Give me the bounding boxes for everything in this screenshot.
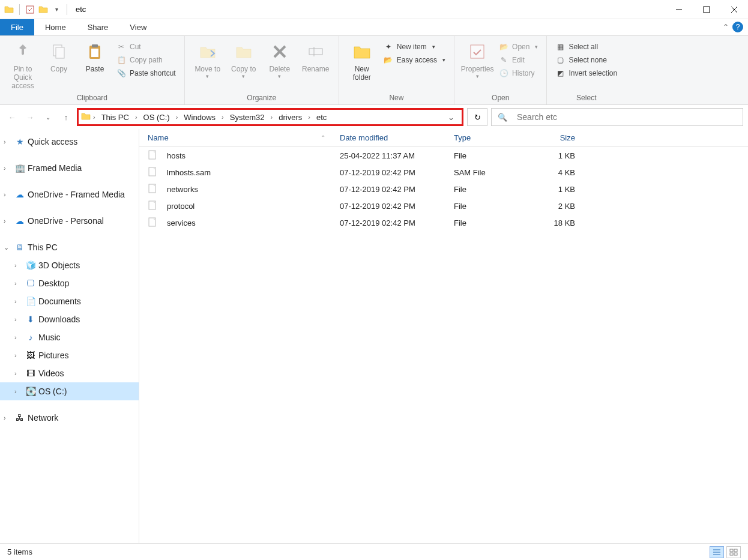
select-all-button[interactable]: ▦Select all xyxy=(552,41,621,53)
crumb-etc[interactable]: etc xyxy=(313,110,330,124)
pasteshort-icon: 📎 xyxy=(116,68,126,78)
nav-tree[interactable]: ›★Quick access ›🏢Framed Media ›☁OneDrive… xyxy=(0,129,139,543)
tree-downloads[interactable]: ›⬇Downloads xyxy=(0,310,139,328)
tree-quick-access[interactable]: ›★Quick access xyxy=(0,133,139,151)
select-none-button[interactable]: ▢Select none xyxy=(552,54,621,66)
col-type[interactable]: Type xyxy=(445,133,529,142)
paste-button[interactable]: Paste xyxy=(77,38,113,76)
copy-icon xyxy=(48,41,70,62)
view-icons-button[interactable] xyxy=(726,546,741,558)
maximize-button[interactable] xyxy=(693,0,720,19)
file-icon xyxy=(148,184,158,194)
tree-os-c[interactable]: ›💽OS (C:) xyxy=(0,382,139,400)
tree-framed-media[interactable]: ›🏢Framed Media xyxy=(0,159,139,177)
tree-documents[interactable]: ›📄Documents xyxy=(0,292,139,310)
qat-newfolder-icon[interactable] xyxy=(38,4,49,15)
tree-pictures[interactable]: ›🖼Pictures xyxy=(0,346,139,364)
newfolder-icon xyxy=(351,41,373,62)
close-button[interactable] xyxy=(720,0,748,19)
help-icon[interactable]: ? xyxy=(732,22,743,32)
cut-button[interactable]: ✂Cut xyxy=(113,41,179,53)
tab-file[interactable]: File xyxy=(0,19,34,35)
delete-button[interactable]: Delete▾ xyxy=(262,38,298,82)
file-row[interactable]: lmhosts.sam07-12-2019 02:42 PMSAM File4 … xyxy=(139,164,748,181)
paste-label: Paste xyxy=(86,65,104,73)
copy-to-button[interactable]: Copy to▾ xyxy=(226,38,262,82)
window-title: etc xyxy=(76,5,86,14)
minimize-button[interactable] xyxy=(665,0,693,19)
svg-rect-0 xyxy=(26,6,34,13)
sort-asc-icon: ⌃ xyxy=(321,134,325,141)
tree-3d-objects[interactable]: ›🧊3D Objects xyxy=(0,256,139,274)
invert-selection-button[interactable]: ◩Invert selection xyxy=(552,67,621,79)
address-dropdown-icon[interactable]: ⌄ xyxy=(443,113,459,122)
file-row[interactable]: networks07-12-2019 02:42 PMFile1 KB xyxy=(139,181,748,197)
rename-button[interactable]: Rename xyxy=(298,38,334,76)
address-bar[interactable]: › This PC › OS (C:) › Windows › System32… xyxy=(77,108,463,126)
col-size[interactable]: Size xyxy=(529,133,584,142)
easy-access-button[interactable]: 📂Easy access▾ xyxy=(380,54,449,66)
open-button[interactable]: 📂Open▾ xyxy=(495,41,541,53)
tab-home[interactable]: Home xyxy=(34,19,77,35)
search-input[interactable] xyxy=(517,112,737,122)
svg-rect-12 xyxy=(309,49,322,55)
file-row[interactable]: protocol07-12-2019 02:42 PMFile2 KB xyxy=(139,197,748,214)
desktop-icon: 🖵 xyxy=(25,278,36,289)
qat-dropdown-icon[interactable]: ▾ xyxy=(51,4,62,15)
col-date[interactable]: Date modified xyxy=(331,133,445,142)
refresh-button[interactable]: ↻ xyxy=(467,108,487,126)
file-icon xyxy=(148,150,158,161)
view-details-button[interactable] xyxy=(710,546,724,558)
file-list[interactable]: Name⌃ Date modified Type Size hosts25-04… xyxy=(139,129,748,543)
paste-shortcut-button[interactable]: 📎Paste shortcut xyxy=(113,67,179,79)
edit-button[interactable]: ✎Edit xyxy=(495,54,541,66)
pin-quick-access-button[interactable]: Pin to Quick access xyxy=(5,38,41,92)
collapse-ribbon-icon[interactable]: ⌃ xyxy=(723,23,729,31)
history-icon: 🕒 xyxy=(499,68,508,78)
file-row[interactable]: hosts25-04-2022 11:37 AMFile1 KB xyxy=(139,147,748,164)
tree-network[interactable]: ›🖧Network xyxy=(0,409,139,427)
open-icon: 📂 xyxy=(499,42,508,52)
tree-desktop[interactable]: ›🖵Desktop xyxy=(0,274,139,292)
tree-onedrive-framed[interactable]: ›☁OneDrive - Framed Media xyxy=(0,185,139,203)
delete-icon xyxy=(269,41,291,62)
column-headers: Name⌃ Date modified Type Size xyxy=(139,129,748,147)
up-button[interactable]: ↑ xyxy=(59,110,73,124)
recent-dropdown[interactable]: ⌄ xyxy=(41,110,55,124)
file-type: File xyxy=(445,202,529,211)
ribbon-tabs: File Home Share View ⌃ ? xyxy=(0,19,748,36)
crumb-system32[interactable]: System32 xyxy=(226,110,268,124)
crumb-thispc[interactable]: This PC xyxy=(98,110,133,124)
search-box[interactable]: 🔍 xyxy=(491,108,743,126)
tab-view[interactable]: View xyxy=(119,19,157,35)
history-button[interactable]: 🕒History xyxy=(495,67,541,79)
qat-properties-icon[interactable] xyxy=(25,4,35,15)
tab-share[interactable]: Share xyxy=(77,19,119,35)
crumb-drivers[interactable]: drivers xyxy=(275,110,306,124)
tree-this-pc[interactable]: ⌄🖥This PC xyxy=(0,238,139,256)
cloud-icon: ☁ xyxy=(14,215,25,226)
file-type: File xyxy=(445,218,529,227)
status-text: 5 items xyxy=(7,547,32,556)
crumb-os[interactable]: OS (C:) xyxy=(140,110,173,124)
file-date: 25-04-2022 11:37 AM xyxy=(331,151,445,160)
status-bar: 5 items xyxy=(0,543,748,560)
file-row[interactable]: services07-12-2019 02:42 PMFile18 KB xyxy=(139,214,748,231)
move-to-button[interactable]: Move to▾ xyxy=(190,38,226,82)
copy-button[interactable]: Copy xyxy=(41,38,77,76)
new-folder-button[interactable]: New folder xyxy=(344,38,380,84)
rename-icon xyxy=(305,41,327,62)
back-button[interactable]: ← xyxy=(5,110,19,124)
new-item-button[interactable]: ✦New item▾ xyxy=(380,41,449,53)
forward-button[interactable]: → xyxy=(23,110,37,124)
properties-button[interactable]: Properties▾ xyxy=(459,38,495,82)
col-name[interactable]: Name⌃ xyxy=(139,133,331,142)
crumb-windows[interactable]: Windows xyxy=(180,110,219,124)
properties-icon xyxy=(466,41,488,62)
tree-onedrive-personal[interactable]: ›☁OneDrive - Personal xyxy=(0,212,139,230)
breadcrumb-sep[interactable]: › xyxy=(92,113,97,121)
tree-videos[interactable]: ›🎞Videos xyxy=(0,364,139,382)
file-type: File xyxy=(445,151,529,160)
tree-music[interactable]: ›♪Music xyxy=(0,328,139,346)
copy-path-button[interactable]: 📋Copy path xyxy=(113,54,179,66)
